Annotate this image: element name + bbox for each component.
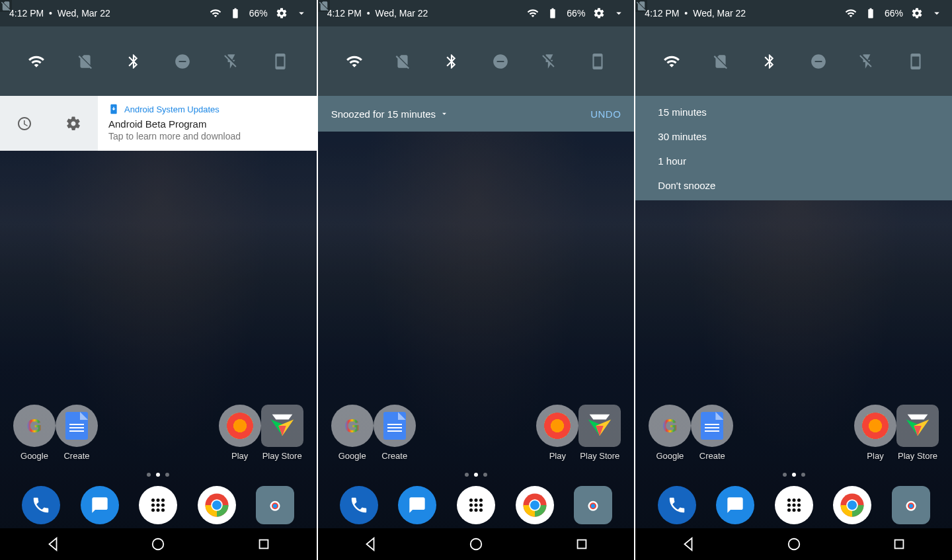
expand-chevron-icon[interactable] <box>613 7 625 19</box>
wifi-status-icon <box>210 7 221 19</box>
svg-point-20 <box>469 504 473 507</box>
qs-bluetooth-tile[interactable] <box>761 53 778 70</box>
nav-back-icon[interactable] <box>681 537 695 551</box>
phone-screen-3: 4:12 PM • Wed, Mar 22 66% 15 minutes 30 … <box>635 0 952 560</box>
phone-screen-1: 4:12 PM • Wed, Mar 22 66% <box>0 0 318 560</box>
dock-camera[interactable] <box>574 486 612 524</box>
dock-camera[interactable] <box>256 486 294 524</box>
app-create-folder[interactable]: Create <box>691 405 733 461</box>
qs-sim-tile[interactable] <box>77 53 94 70</box>
snooze-option-30min[interactable]: 30 minutes <box>658 124 952 149</box>
dock-phone[interactable] <box>340 486 378 524</box>
notification-app-name: Android System Updates <box>124 104 219 114</box>
status-bar: 4:12 PM • Wed, Mar 22 66% <box>635 0 952 26</box>
nav-home-icon[interactable] <box>469 537 483 551</box>
status-date: Wed, Mar 22 <box>58 8 110 19</box>
dock-messages[interactable] <box>716 486 754 524</box>
qs-flashlight-tile[interactable] <box>541 53 558 70</box>
expand-chevron-icon[interactable] <box>931 7 943 19</box>
snooze-option-dont[interactable]: Don't snooze <box>658 173 952 198</box>
snooze-clock-icon[interactable] <box>17 116 32 132</box>
chevron-down-icon[interactable] <box>440 109 449 118</box>
battery-percent: 66% <box>885 8 903 19</box>
app-play-store[interactable]: Play Store <box>578 405 621 461</box>
dock-messages[interactable] <box>398 486 436 524</box>
snooze-option-1hour[interactable]: 1 hour <box>658 149 952 173</box>
app-play-folder[interactable]: Play <box>219 405 261 461</box>
svg-point-37 <box>797 504 801 507</box>
notification-title: Android Beta Program <box>108 118 306 130</box>
svg-point-10 <box>161 508 165 512</box>
app-create-folder[interactable]: Create <box>374 405 416 461</box>
undo-button[interactable]: UNDO <box>590 108 621 120</box>
settings-gear-icon[interactable] <box>911 7 923 19</box>
qs-bluetooth-tile[interactable] <box>443 53 460 70</box>
notification-card[interactable]: Android System Updates Android Beta Prog… <box>0 96 317 151</box>
qs-wifi-tile[interactable] <box>663 53 680 70</box>
qs-orientation-tile[interactable] <box>272 53 289 70</box>
qs-bluetooth-tile[interactable] <box>125 53 142 70</box>
nav-back-icon[interactable] <box>46 537 60 551</box>
qs-sim-tile[interactable] <box>394 53 411 70</box>
home-app-row: GGoogle Create Play Play Store <box>635 405 952 461</box>
no-sim-status-icon <box>0 0 12 12</box>
qs-dnd-tile[interactable] <box>810 53 827 70</box>
navigation-bar <box>0 528 317 560</box>
page-indicator <box>0 473 317 477</box>
nav-home-icon[interactable] <box>787 537 801 551</box>
nav-home-icon[interactable] <box>151 537 165 551</box>
qs-dnd-tile[interactable] <box>492 53 509 70</box>
navigation-bar <box>318 528 635 560</box>
dock-messages[interactable] <box>81 486 119 524</box>
expand-chevron-icon[interactable] <box>296 7 307 19</box>
app-create-folder[interactable]: Create <box>56 405 98 461</box>
svg-point-5 <box>151 504 155 507</box>
dock-phone[interactable] <box>658 486 696 524</box>
dock-app-drawer[interactable] <box>139 486 177 524</box>
svg-point-32 <box>787 499 791 502</box>
svg-point-38 <box>787 508 791 512</box>
snooze-status-bar[interactable]: Snoozed for 15 minutes UNDO <box>318 96 635 132</box>
nav-back-icon[interactable] <box>363 537 377 551</box>
battery-status-icon <box>547 7 559 19</box>
dock-app-drawer[interactable] <box>457 486 495 524</box>
dock-camera[interactable] <box>892 486 930 524</box>
qs-orientation-tile[interactable] <box>589 53 606 70</box>
qs-flashlight-tile[interactable] <box>223 53 240 70</box>
svg-point-8 <box>151 508 155 512</box>
battery-status-icon <box>229 7 241 19</box>
app-play-folder[interactable]: Play <box>536 405 578 461</box>
svg-point-36 <box>792 504 795 507</box>
app-play-store[interactable]: Play Store <box>896 405 939 461</box>
app-google-folder[interactable]: GGoogle <box>649 405 691 461</box>
qs-flashlight-tile[interactable] <box>858 53 875 70</box>
battery-percent: 66% <box>249 8 268 19</box>
notification-settings-icon[interactable] <box>65 116 81 132</box>
dock-chrome[interactable] <box>516 486 554 524</box>
app-google-folder[interactable]: GGoogle <box>13 405 56 461</box>
qs-wifi-tile[interactable] <box>346 53 363 70</box>
snooze-options-menu: 15 minutes 30 minutes 1 hour Don't snooz… <box>635 96 952 200</box>
settings-gear-icon[interactable] <box>593 7 605 19</box>
dock-app-drawer[interactable] <box>775 486 813 524</box>
dock-phone[interactable] <box>22 486 60 524</box>
nav-recents-icon[interactable] <box>892 537 906 551</box>
svg-point-43 <box>848 500 857 510</box>
app-play-store[interactable]: Play Store <box>261 405 303 461</box>
qs-wifi-tile[interactable] <box>28 53 45 70</box>
snooze-option-15min[interactable]: 15 minutes <box>658 100 952 124</box>
status-bar: 4:12 PM • Wed, Mar 22 66% <box>318 0 635 26</box>
dock-chrome[interactable] <box>833 486 871 524</box>
app-play-folder[interactable]: Play <box>854 405 896 461</box>
nav-recents-icon[interactable] <box>257 537 271 551</box>
qs-orientation-tile[interactable] <box>907 53 924 70</box>
settings-gear-icon[interactable] <box>276 7 288 19</box>
app-google-folder[interactable]: GGoogle <box>331 405 374 461</box>
svg-point-33 <box>792 499 795 502</box>
qs-dnd-tile[interactable] <box>174 53 191 70</box>
dock-chrome[interactable] <box>198 486 236 524</box>
svg-point-7 <box>161 504 165 507</box>
qs-sim-tile[interactable] <box>712 53 729 70</box>
nav-recents-icon[interactable] <box>575 537 589 551</box>
svg-point-13 <box>212 500 221 510</box>
